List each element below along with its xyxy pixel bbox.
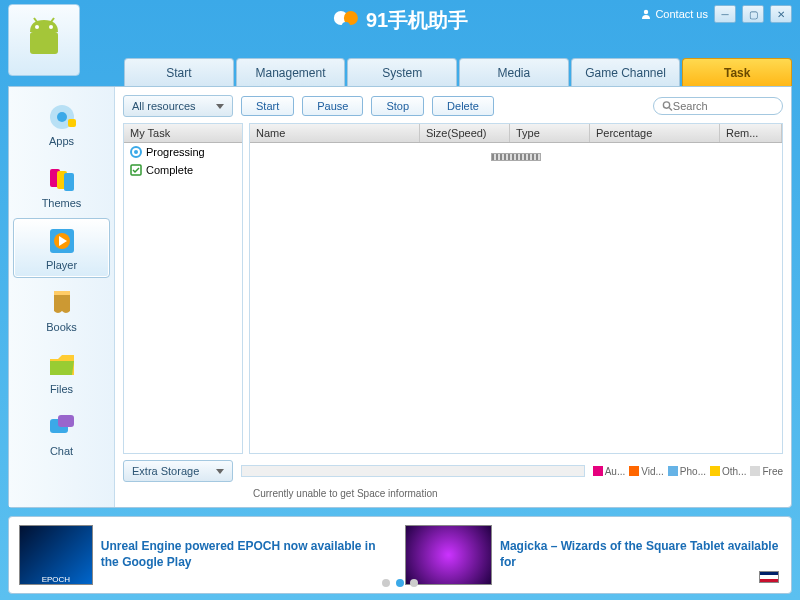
sidebar-item-themes[interactable]: Themes [13,156,110,216]
svg-point-3 [49,25,53,29]
column-remaining[interactable]: Rem... [720,124,782,142]
sidebar-item-chat[interactable]: Chat [13,404,110,464]
tab-system[interactable]: System [347,58,457,86]
legend-item: Free [750,466,783,477]
app-logo-icon [332,6,360,34]
extra-storage-dropdown[interactable]: Extra Storage [123,460,233,482]
tab-media[interactable]: Media [459,58,569,86]
column-percentage[interactable]: Percentage [590,124,720,142]
promo-footer: EPOCH Unreal Engine powered EPOCH now av… [8,516,792,594]
storage-bar [241,465,585,477]
svg-rect-1 [30,32,58,54]
contact-us-label: Contact us [655,8,708,20]
legend-item: Pho... [668,466,706,477]
sidebar-item-apps[interactable]: Apps [13,94,110,154]
delete-button[interactable]: Delete [432,96,494,116]
sidebar-item-label: Chat [50,445,73,457]
books-icon [46,287,78,319]
tab-start[interactable]: Start [124,58,234,86]
svg-rect-19 [58,415,74,427]
sidebar-item-files[interactable]: Files [13,342,110,402]
legend-item: Vid... [629,466,664,477]
svg-line-4 [34,18,37,22]
apps-icon [46,101,78,133]
tree-item-progressing[interactable]: Progressing [124,143,242,161]
tab-label: Management [255,66,325,80]
device-logo [8,4,80,76]
chat-icon [46,411,78,443]
table-body [250,143,782,453]
swatch [629,466,639,476]
start-button[interactable]: Start [241,96,294,116]
svg-point-23 [134,150,138,154]
tab-management[interactable]: Management [236,58,346,86]
close-button[interactable]: ✕ [770,5,792,23]
svg-rect-11 [68,119,76,127]
sidebar: Apps Themes Player Books Files Chat [9,87,115,507]
promo-2[interactable]: Magicka – Wizards of the Square Tablet a… [405,525,781,585]
tree-item-complete[interactable]: Complete [124,161,242,179]
minimize-button[interactable]: ─ [714,5,736,23]
carousel-dots [382,579,418,587]
chevron-down-icon [216,104,224,109]
legend-label: Free [762,466,783,477]
tab-label: Media [498,66,531,80]
legend-item: Oth... [710,466,746,477]
sidebar-item-books[interactable]: Books [13,280,110,340]
storage-status: Currently unable to get Space informatio… [123,488,783,499]
column-size[interactable]: Size(Speed) [420,124,510,142]
storage-row: Extra Storage Au...Vid...Pho...Oth...Fre… [123,460,783,482]
themes-icon [46,163,78,195]
sidebar-item-player[interactable]: Player [13,218,110,278]
legend-label: Au... [605,466,626,477]
person-icon [640,8,652,20]
swatch [750,466,760,476]
promo-image [405,525,492,585]
chevron-down-icon [216,469,224,474]
sidebar-item-label: Player [46,259,77,271]
swatch [668,466,678,476]
progress-icon [130,146,142,158]
svg-line-5 [51,18,54,22]
tab-label: Task [724,66,750,80]
legend-item: Au... [593,466,626,477]
search-box[interactable] [653,97,783,115]
tree-item-label: Progressing [146,146,205,158]
column-name[interactable]: Name [250,124,420,142]
svg-point-8 [342,22,350,30]
resources-dropdown[interactable]: All resources [123,95,233,117]
files-icon [46,349,78,381]
sidebar-item-label: Books [46,321,77,333]
tab-label: System [382,66,422,80]
pause-button[interactable]: Pause [302,96,363,116]
legend-label: Pho... [680,466,706,477]
svg-point-2 [35,25,39,29]
app-title-text: 91手机助手 [366,7,468,34]
promo-image: EPOCH [19,525,93,585]
stop-button[interactable]: Stop [371,96,424,116]
tab-task[interactable]: Task [682,58,792,86]
promo-text: Magicka – Wizards of the Square Tablet a… [500,539,781,570]
svg-rect-14 [64,173,74,191]
loading-indicator [491,153,541,161]
contact-us-link[interactable]: Contact us [640,8,708,20]
promo-1[interactable]: EPOCH Unreal Engine powered EPOCH now av… [19,525,395,585]
content-panel: All resources Start Pause Stop Delete My… [115,87,791,507]
svg-point-0 [644,10,648,14]
tabs-row: Start Management System Media Game Chann… [124,58,792,86]
tab-game-channel[interactable]: Game Channel [571,58,681,86]
tree-item-label: Complete [146,164,193,176]
dot-active[interactable] [396,579,404,587]
player-icon [46,225,78,257]
svg-line-21 [669,108,672,111]
column-type[interactable]: Type [510,124,590,142]
maximize-button[interactable]: ▢ [742,5,764,23]
language-flag[interactable] [759,571,779,583]
dot[interactable] [382,579,390,587]
app-title: 91手机助手 [332,6,468,34]
task-table: Name Size(Speed) Type Percentage Rem... [249,123,783,454]
task-tree: My Task Progressing Complete [123,123,243,454]
work-area: My Task Progressing Complete Name Size(S… [123,123,783,454]
dot[interactable] [410,579,418,587]
search-input[interactable] [673,100,774,112]
